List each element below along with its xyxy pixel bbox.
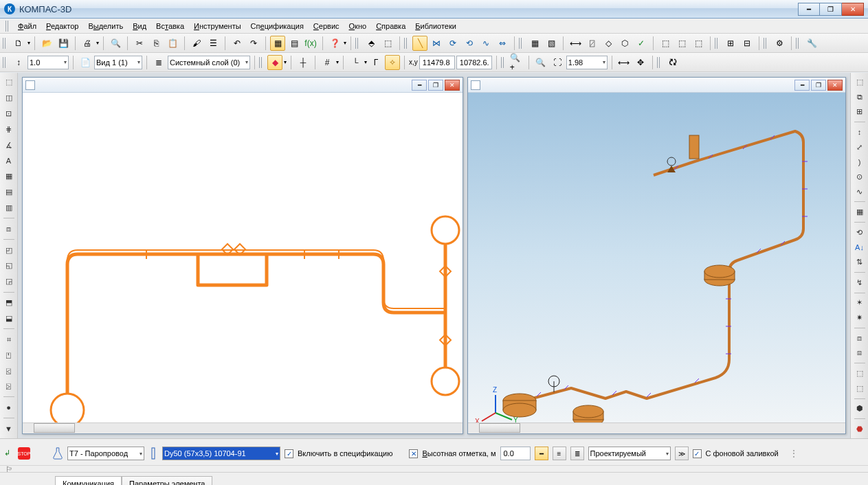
mode-btn-2[interactable]: ≡	[553, 447, 566, 460]
cut-button[interactable]: ✂	[132, 36, 147, 51]
rbtn-18[interactable]: ⬚	[853, 367, 867, 380]
tab-communication[interactable]: Коммуникация	[55, 476, 122, 485]
vbtn-20[interactable]: ●	[2, 401, 16, 414]
tool-a[interactable]: ⍁	[584, 36, 599, 51]
rbtn-12[interactable]: ⇅	[853, 256, 867, 269]
vbtn-21[interactable]: ▼	[2, 422, 16, 436]
menu-grip[interactable]	[5, 21, 10, 32]
link-button[interactable]: ⇔	[495, 36, 510, 51]
vbtn-13[interactable]: ◲	[2, 275, 16, 289]
grid1-button[interactable]: ▦	[527, 36, 542, 51]
rbtn-21[interactable]: ⬣	[853, 422, 867, 436]
tool-e[interactable]: ⬚	[658, 36, 673, 51]
settings-button[interactable]: 🔧	[804, 36, 819, 51]
menu-editor[interactable]: Редактор	[42, 21, 82, 32]
macro-button[interactable]: ⚙	[772, 36, 787, 51]
rbtn-6[interactable]: )	[853, 155, 867, 168]
vbtn-2[interactable]: ◫	[2, 91, 16, 105]
rbtn-14[interactable]: ✶	[853, 297, 867, 310]
color-swatch-button[interactable]: ◆	[267, 55, 282, 70]
toolbar-grip[interactable]	[3, 38, 7, 49]
vbtn-5[interactable]: ∡	[2, 138, 16, 152]
close-button[interactable]: ✕	[842, 3, 864, 16]
brush-button[interactable]: 🖌	[189, 36, 204, 51]
doc3d-viewport[interactable]: Z Y X	[468, 93, 845, 422]
doc3d-hscroll[interactable]	[468, 422, 845, 433]
apply-icon[interactable]: ↲	[4, 449, 14, 458]
vbtn-17[interactable]: ⍞	[2, 348, 16, 362]
grid-button[interactable]: #	[320, 55, 335, 70]
minimize-button[interactable]: ━	[798, 3, 820, 16]
vbtn-6[interactable]: A	[2, 154, 16, 168]
toolbar-grip-v3[interactable]	[501, 57, 505, 68]
mode-btn-1[interactable]: ━	[535, 447, 548, 460]
vbtn-9[interactable]: ▥	[2, 201, 16, 215]
lib2-button[interactable]: ⬚	[380, 36, 395, 51]
zoom-region-button[interactable]: 🔍	[533, 55, 548, 70]
scale-dropdown[interactable]: 1.0▾	[27, 56, 69, 69]
state-dropdown[interactable]: Проектируемый▾	[588, 447, 671, 460]
save-button[interactable]: 💾	[56, 36, 71, 51]
open-button[interactable]: 📂	[39, 36, 54, 51]
spec-mgr-button[interactable]: ▦	[270, 36, 285, 51]
menu-file[interactable]: Файл	[14, 21, 41, 32]
refresh-button[interactable]: 🗘	[665, 55, 680, 70]
layer-dropdown[interactable]: Системный слой (0)▾	[168, 56, 250, 69]
menu-window[interactable]: Окно	[345, 21, 371, 32]
window1-button[interactable]: ⊞	[723, 36, 738, 51]
pipe-type-dropdown[interactable]: Т7 - Паропровод▾	[67, 447, 144, 460]
vbtn-12[interactable]: ◱	[2, 259, 16, 273]
properties-button[interactable]: ☰	[205, 36, 221, 51]
rbtn-7[interactable]: ⊙	[853, 170, 867, 183]
toolbar-grip-2[interactable]	[355, 38, 359, 49]
include-spec-checkbox[interactable]: ✓	[285, 449, 293, 458]
layers-icon[interactable]: ≣	[151, 55, 166, 70]
toolbar-grip-3[interactable]	[404, 38, 408, 49]
preview-button[interactable]: 🔍	[108, 36, 123, 51]
axis-button[interactable]: ┼	[296, 55, 311, 70]
rbtn-4[interactable]: ↕	[853, 126, 867, 139]
doc2d-min[interactable]: ━	[412, 80, 427, 91]
vbtn-14[interactable]: ⬒	[2, 296, 16, 310]
rbtn-15[interactable]: ✷	[853, 311, 867, 324]
stop-icon[interactable]: STOP	[18, 447, 30, 460]
measure-button[interactable]: ⟷	[616, 55, 632, 70]
doc3d-min[interactable]: ━	[794, 80, 810, 91]
height-checkbox[interactable]: ✕	[409, 449, 418, 458]
window2-button[interactable]: ⊟	[739, 36, 755, 51]
pipe-size-dropdown[interactable]: Dy50 (57x3,5) 10704-91▾	[162, 447, 280, 460]
dim-button[interactable]: ⟷	[568, 36, 583, 51]
rbtn-20[interactable]: ⬢	[853, 403, 867, 416]
rbtn-17[interactable]: ⧇	[853, 347, 867, 360]
menu-view[interactable]: Вид	[129, 21, 151, 32]
print-button[interactable]: 🖨	[80, 36, 95, 51]
rotate-button[interactable]: ⟳	[445, 36, 460, 51]
rbtn-8[interactable]: ∿	[853, 185, 867, 199]
height-input[interactable]	[500, 447, 531, 460]
coord-x-input[interactable]	[419, 56, 455, 69]
vbtn-4[interactable]: ⋕	[2, 122, 16, 136]
doc3d-max[interactable]: ❐	[811, 80, 826, 91]
constraint1-button[interactable]: ⋈	[429, 36, 444, 51]
vbtn-15[interactable]: ⬓	[2, 311, 16, 325]
vbtn-1[interactable]: ⬚	[2, 76, 16, 89]
rbtn-9[interactable]: ▦	[853, 205, 867, 218]
rbtn-2[interactable]: ⧉	[853, 91, 867, 104]
tool-f[interactable]: ⬚	[674, 36, 689, 51]
help-pointer-button[interactable]: ❓	[327, 36, 342, 51]
menu-select[interactable]: Выделить	[84, 21, 127, 32]
undo-button[interactable]: ↶	[230, 36, 245, 51]
menu-help[interactable]: Справка	[372, 21, 410, 32]
scale-button[interactable]: ⟲	[462, 36, 477, 51]
lib1-button[interactable]: ⬘	[364, 36, 379, 51]
view-dropdown[interactable]: Вид 1 (1)▾	[94, 56, 142, 69]
menu-libraries[interactable]: Библиотеки	[411, 21, 460, 32]
toolbar-grip-v[interactable]	[3, 57, 7, 68]
toolbar-grip-v4[interactable]	[657, 57, 661, 68]
zoom-in-button[interactable]: 🔍+	[509, 55, 524, 70]
rbtn-19[interactable]: ⬚	[853, 382, 867, 395]
doc2d-close[interactable]: ✕	[445, 80, 460, 91]
rbtn-10[interactable]: ⟲	[853, 226, 867, 239]
doc3d-close[interactable]: ✕	[827, 80, 843, 91]
paste-button[interactable]: 📋	[165, 36, 180, 51]
